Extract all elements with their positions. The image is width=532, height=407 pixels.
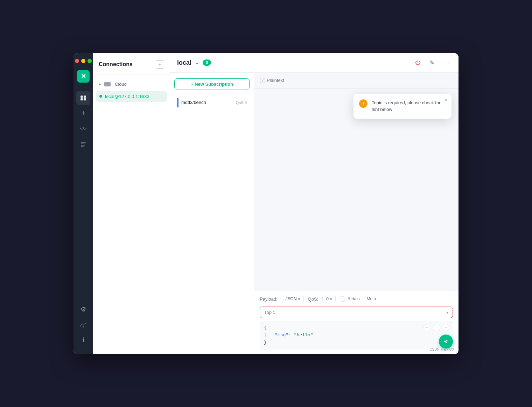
publish-area: Payload: JSON ▾ QoS: 0 ▾ Retain [254, 290, 458, 354]
sidebar-item-log[interactable] [76, 137, 90, 151]
toast-message: Topic is required, please check the hint… [372, 99, 444, 113]
close-button[interactable] [75, 59, 79, 63]
svg-rect-4 [81, 142, 86, 143]
topbar: local ⌄ 0 ✎ ··· [170, 53, 458, 73]
format-chevron-icon: ▾ [298, 297, 300, 301]
minimize-button[interactable] [81, 59, 85, 63]
svg-rect-1 [80, 98, 83, 100]
message-count-badge: 0 [203, 59, 211, 66]
add-connection-button[interactable]: + [156, 60, 164, 69]
cloud-group-item[interactable]: ▶ Cloud [96, 79, 167, 90]
more-options-button[interactable]: ··· [441, 58, 451, 68]
qos-selected-value: 0 [326, 296, 329, 301]
svg-rect-3 [84, 98, 86, 100]
messages-area: ? Plaintext Payload: JSON ▾ Qo [254, 73, 458, 354]
send-button[interactable] [439, 335, 453, 349]
qos-select[interactable]: 0 ▾ [322, 295, 336, 303]
svg-rect-0 [80, 96, 83, 98]
topic-input[interactable] [264, 310, 446, 315]
connections-header: Connections + [93, 53, 170, 75]
traffic-lights [75, 59, 92, 63]
app-logo: ✕ [77, 70, 90, 83]
watermark: CSDN @EMQX [429, 348, 454, 351]
subscription-qos: QoS 0 [236, 100, 247, 105]
plaintext-label: Plaintext [267, 78, 284, 83]
qos-chevron-icon: ▾ [330, 297, 332, 301]
topic-chevron-icon: ▾ [446, 310, 448, 315]
sidebar-item-about[interactable]: ℹ [76, 333, 90, 347]
toast-warning-icon: ! [359, 99, 368, 108]
plaintext-circle-icon: ? [260, 78, 265, 83]
connection-item-local[interactable]: local@127.0.0.1:1883 [96, 91, 167, 102]
payload-line-3: } [264, 339, 449, 346]
chevron-down-icon[interactable]: ⌄ [195, 60, 199, 65]
notification-toast: ! Topic is required, please check the hi… [354, 94, 451, 119]
connections-title: Connections [99, 61, 133, 68]
qos-label: QoS: [308, 296, 318, 302]
content-area: + New Subscription mqttx/bench QoS 0 ? P… [170, 73, 458, 354]
messages-header: ? Plaintext [254, 73, 458, 89]
sidebar-item-add[interactable]: + [76, 106, 90, 120]
payload-actions: ← – → [424, 324, 449, 331]
payload-editor[interactable]: { | "msg": "hello" } ← – → [260, 321, 453, 350]
payload-line-1: { [264, 324, 449, 332]
connections-panel: Connections + ▶ Cloud local@127.0.0.1:18… [93, 53, 170, 354]
topbar-left: local ⌄ 0 [177, 59, 211, 66]
publish-toolbar: Payload: JSON ▾ QoS: 0 ▾ Retain [260, 295, 453, 303]
subscription-item[interactable]: mqttx/bench QoS 0 [174, 94, 250, 111]
svg-rect-6 [81, 145, 85, 146]
format-selected-value: JSON [286, 296, 297, 301]
sidebar: ✕ + </> ⚙ ℹ [74, 53, 93, 354]
connection-label: local@127.0.0.1:1883 [105, 94, 149, 99]
cloud-icon [104, 82, 111, 86]
retain-label: Retain [348, 296, 360, 301]
subscription-topic: mqttx/bench [181, 100, 233, 105]
retain-toggle[interactable]: Retain [340, 296, 360, 302]
payload-clear-button[interactable]: – [433, 324, 440, 331]
edit-button[interactable]: ✎ [428, 58, 436, 68]
toast-close-button[interactable]: × [444, 97, 447, 103]
topic-input-row: ▾ [260, 307, 453, 318]
main-content: local ⌄ 0 ✎ ··· + New Subscription [170, 53, 458, 354]
svg-rect-2 [84, 96, 86, 98]
sidebar-item-settings[interactable]: ⚙ [76, 302, 90, 316]
payload-label: Payload: [260, 296, 278, 302]
new-subscription-button[interactable]: + New Subscription [174, 78, 250, 90]
sidebar-item-benchmark[interactable] [76, 318, 90, 332]
payload-forward-button[interactable]: → [442, 324, 449, 331]
plaintext-toggle[interactable]: ? Plaintext [260, 78, 284, 83]
power-button[interactable] [413, 58, 422, 67]
svg-rect-7 [81, 146, 84, 147]
subscription-color-bar [177, 98, 178, 107]
sidebar-item-script[interactable]: </> [76, 122, 90, 136]
messages-content [254, 89, 458, 290]
maximize-button[interactable] [88, 59, 92, 63]
payload-line-2: | "msg": "hello" [264, 332, 449, 339]
format-select[interactable]: JSON ▾ [282, 295, 304, 303]
sidebar-item-connections[interactable] [76, 91, 90, 105]
connection-status-dot [99, 95, 102, 98]
connections-list: ▶ Cloud local@127.0.0.1:1883 [93, 75, 170, 106]
connection-name: local [177, 59, 191, 66]
svg-point-8 [83, 326, 84, 328]
retain-circle-icon [340, 296, 345, 302]
topbar-right: ✎ ··· [413, 58, 451, 68]
cloud-group-label: Cloud [115, 82, 127, 87]
subscriptions-panel: + New Subscription mqttx/bench QoS 0 [170, 73, 254, 354]
meta-button[interactable]: Meta [364, 295, 379, 303]
payload-back-button[interactable]: ← [424, 324, 431, 331]
chevron-right-icon: ▶ [99, 82, 102, 86]
svg-rect-5 [81, 143, 84, 144]
